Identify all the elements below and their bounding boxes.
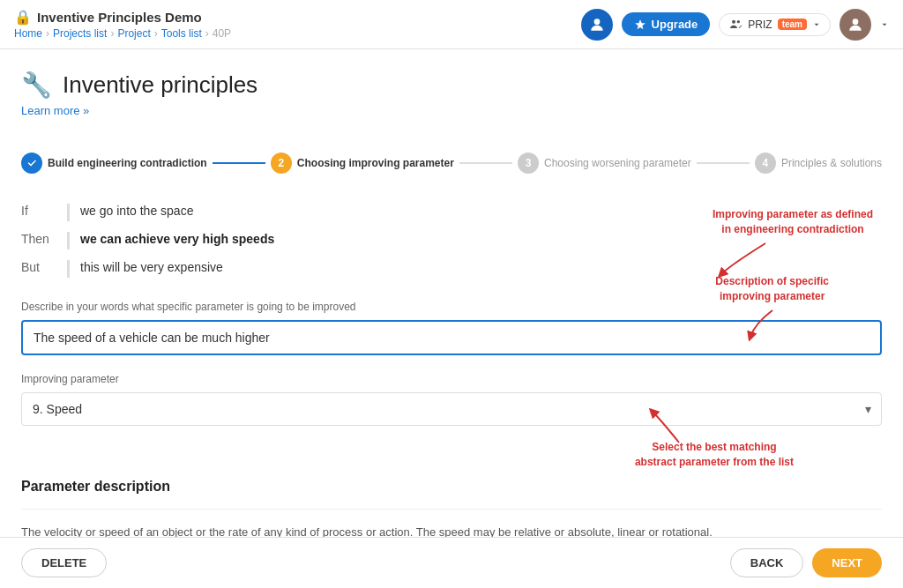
select-section: Improving parameter 1. Weight of a movin… <box>21 373 882 426</box>
stepper: Build engineering contradiction 2 Choosi… <box>21 153 882 174</box>
avatar-user[interactable] <box>581 9 613 41</box>
then-divider <box>67 232 70 249</box>
breadcrumb: Home › Projects list › Project › Tools l… <box>14 27 231 40</box>
upgrade-button[interactable]: Upgrade <box>622 12 711 36</box>
but-divider <box>67 260 70 278</box>
select-wrapper: 1. Weight of a moving object2. Weight of… <box>21 392 882 426</box>
annotation-3-text: Select the best matchingabstract paramet… <box>635 440 794 470</box>
avatar-profile[interactable] <box>840 9 871 41</box>
step-line-2 <box>459 162 512 164</box>
improving-param-input[interactable] <box>21 320 882 355</box>
then-label: Then <box>21 232 56 246</box>
topbar-brand: 🔒 Inventive Principles Demo Home › Proje… <box>14 9 231 40</box>
svg-point-4 <box>853 19 859 25</box>
but-text: this will be very expensive <box>80 260 223 274</box>
step-1-circle <box>21 153 42 174</box>
breadcrumb-home[interactable]: Home <box>14 27 42 40</box>
param-description-section: Parameter description The velocity or sp… <box>21 479 882 542</box>
input-section: Describe in your words what specific par… <box>21 301 882 355</box>
then-text: we can achieve very high speeds <box>80 232 274 246</box>
step-3-label: Choosing worsening parameter <box>544 157 691 169</box>
contradiction-area: If we go into the space Then we can achi… <box>21 198 882 283</box>
svg-point-3 <box>737 20 740 23</box>
but-label: But <box>21 260 56 274</box>
lock-icon: 🔒 <box>14 9 32 26</box>
next-button[interactable]: NEXT <box>812 548 882 577</box>
app-title: Inventive Principles Demo <box>37 10 202 25</box>
bottom-bar: DELETE BACK NEXT <box>0 537 903 588</box>
topbar-right: Upgrade PRIZ team <box>581 9 889 41</box>
team-name: PRIZ <box>748 19 772 31</box>
learn-more-link[interactable]: Learn more » <box>21 104 89 117</box>
main-content: 🔧 Inventive principles Learn more » Buil… <box>0 49 903 588</box>
breadcrumb-projects[interactable]: Projects list <box>53 27 107 40</box>
breadcrumb-project[interactable]: Project <box>117 27 150 40</box>
then-row: Then we can achieve very high speeds <box>21 227 882 255</box>
page-header: 🔧 Inventive principles <box>21 71 882 100</box>
if-divider <box>67 204 70 221</box>
profile-chevron[interactable] <box>880 20 889 29</box>
back-button[interactable]: BACK <box>730 548 804 577</box>
contradiction-table: If we go into the space Then we can achi… <box>21 198 882 283</box>
select-section-wrapper: Improving parameter 1. Weight of a movin… <box>21 373 882 426</box>
if-row: If we go into the space <box>21 198 882 227</box>
param-desc-title: Parameter description <box>21 479 882 495</box>
svg-point-2 <box>732 19 735 23</box>
step-3: 3 Choosing worsening parameter <box>518 153 691 174</box>
page-title: Inventive principles <box>63 71 257 99</box>
team-badge[interactable]: PRIZ team <box>719 13 831 36</box>
if-text: we go into the space <box>80 204 193 218</box>
step-4: 4 Principles & solutions <box>755 153 882 174</box>
page-icon: 🔧 <box>21 71 52 100</box>
step-2-circle: 2 <box>271 153 292 174</box>
step-4-label: Principles & solutions <box>781 157 882 169</box>
topbar: 🔒 Inventive Principles Demo Home › Proje… <box>0 0 903 49</box>
step-3-circle: 3 <box>518 153 539 174</box>
input-label: Describe in your words what specific par… <box>21 301 882 313</box>
but-row: But this will be very expensive <box>21 255 882 283</box>
nav-buttons: BACK NEXT <box>730 548 882 577</box>
if-label: If <box>21 204 56 218</box>
breadcrumb-tools[interactable]: Tools list <box>161 27 202 40</box>
param-desc-divider <box>21 509 882 510</box>
improving-param-select[interactable]: 1. Weight of a moving object2. Weight of… <box>21 392 882 426</box>
step-2-label: Choosing improving parameter <box>297 157 454 169</box>
step-line-3 <box>697 162 750 164</box>
step-4-circle: 4 <box>755 153 776 174</box>
step-1: Build engineering contradiction <box>21 153 207 174</box>
svg-point-0 <box>593 19 600 25</box>
input-section-wrapper: Describe in your words what specific par… <box>21 301 882 355</box>
team-badge-label: team <box>778 19 807 30</box>
select-label: Improving parameter <box>21 373 882 385</box>
step-2: 2 Choosing improving parameter <box>271 153 454 174</box>
breadcrumb-current: 40P <box>213 27 231 40</box>
topbar-left: 🔒 Inventive Principles Demo Home › Proje… <box>14 9 231 40</box>
step-1-label: Build engineering contradiction <box>48 157 207 169</box>
svg-marker-1 <box>635 19 646 29</box>
delete-button[interactable]: DELETE <box>21 548 107 577</box>
step-line-1 <box>213 162 265 164</box>
